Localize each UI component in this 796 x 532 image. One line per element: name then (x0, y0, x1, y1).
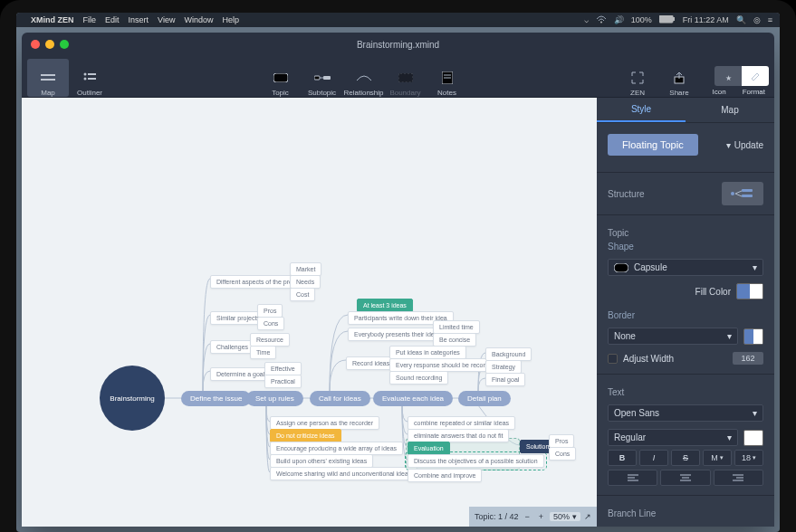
subtopic[interactable]: Strategy (485, 360, 522, 374)
subtopic[interactable]: Needs (290, 275, 321, 289)
spotlight-icon[interactable]: 🔍 (736, 15, 746, 24)
clock[interactable]: Fri 11:22 AM (683, 15, 729, 24)
map-view-button[interactable]: Map (27, 59, 69, 97)
fill-color-picker[interactable] (736, 283, 763, 299)
titlebar: Brainstorming.xmind (22, 33, 774, 56)
subtopic[interactable]: Sound recording (389, 371, 448, 385)
menu-edit[interactable]: Edit (105, 15, 120, 24)
notification-icon[interactable]: ≡ (768, 15, 772, 24)
border-color-picker[interactable] (743, 328, 763, 345)
subtopic[interactable]: Do not criticize ideas (270, 429, 341, 442)
italic-button[interactable]: I (639, 450, 668, 466)
subtopic[interactable]: Welcome sharing wild and unconventional … (270, 467, 417, 480)
adjust-width-checkbox[interactable] (608, 354, 618, 364)
subtopic-selected[interactable]: Discuss the objectives of a possible sol… (408, 454, 544, 468)
outliner-icon (82, 70, 98, 86)
font-weight-select[interactable]: Regular▾ (608, 429, 738, 446)
align-center-button[interactable] (660, 470, 710, 486)
subtopic[interactable]: Determine a goal (210, 367, 271, 381)
floating-topic-badge[interactable]: Floating Topic (608, 134, 698, 156)
topic-button[interactable]: Topic (260, 59, 302, 97)
subtopic[interactable]: Cons (549, 447, 576, 461)
main-topic[interactable]: Call for ideas (310, 391, 370, 406)
expand-icon[interactable]: ↗ (584, 512, 591, 521)
outliner-view-button[interactable]: Outliner (69, 59, 110, 97)
relationship-button[interactable]: Relationship (343, 59, 385, 97)
icon-inspector-button[interactable]: ★ (714, 66, 742, 86)
subtopic[interactable]: Assign one person as the recorder (270, 416, 379, 430)
subtopic[interactable]: Time (250, 346, 276, 359)
subtopic[interactable]: Cons (257, 317, 284, 330)
subtopic[interactable]: Be concise (433, 333, 476, 347)
battery-icon[interactable] (659, 15, 676, 25)
subtopic[interactable]: Pros (257, 304, 283, 318)
subtopic[interactable]: Put ideas in categories (389, 346, 466, 359)
zoom-dropdown[interactable]: 50%▾ (550, 512, 580, 521)
root-topic[interactable]: Brainstorming (100, 366, 165, 431)
svg-rect-10 (314, 76, 320, 80)
subtopic[interactable]: Encourage producing a wide array of idea… (270, 442, 403, 455)
subtopic[interactable]: Background (485, 347, 532, 361)
bold-button[interactable]: B (608, 450, 637, 466)
align-left-button[interactable] (608, 470, 657, 486)
share-button[interactable]: Share (658, 59, 700, 97)
subtopic[interactable]: eliminate answers that do not fit (408, 429, 509, 442)
subtopic[interactable]: Record ideas (346, 356, 396, 370)
subtopic-icon (314, 70, 331, 86)
update-button[interactable]: ▾Update (726, 140, 763, 150)
zen-button[interactable]: ZEN (617, 59, 658, 97)
case-button[interactable]: M▾ (703, 450, 732, 466)
format-inspector-button[interactable] (742, 66, 769, 86)
text-color-picker[interactable] (743, 430, 763, 446)
main-topic[interactable]: Define the issue (181, 391, 251, 406)
boundary-button[interactable]: Boundary (385, 59, 427, 97)
menu-window[interactable]: Window (184, 15, 213, 24)
bluetooth-icon[interactable]: ⌵ (584, 15, 589, 24)
subtopic-button[interactable]: Subtopic (302, 59, 343, 97)
notes-icon (439, 70, 456, 86)
app-name[interactable]: XMind ZEN (31, 15, 74, 24)
adjust-width-value[interactable]: 162 (733, 352, 763, 365)
structure-picker[interactable] (722, 182, 763, 205)
subtopic-tag[interactable]: At least 3 ideas (357, 299, 413, 312)
volume-icon[interactable]: 🔊 (614, 15, 624, 24)
control-center-icon[interactable]: ◎ (753, 15, 761, 24)
shape-select[interactable]: Capsule ▾ (608, 259, 763, 276)
subtopic[interactable]: Combine and improve (408, 469, 482, 482)
main-topic[interactable]: Detail plan (458, 391, 511, 406)
mindmap-canvas[interactable]: Brainstorming Define the issue Set up ru… (22, 98, 597, 527)
font-size-select[interactable]: 18▾ (734, 450, 763, 466)
subtopic[interactable]: Limited time (433, 320, 480, 334)
border-select[interactable]: None▾ (608, 328, 738, 345)
chevron-down-icon: ▾ (720, 454, 724, 461)
subtopic[interactable]: Effective (264, 362, 302, 375)
main-topic[interactable]: Set up rules (246, 391, 303, 406)
strike-button[interactable]: S (671, 450, 700, 466)
subtopic[interactable]: Cost (290, 288, 315, 301)
subtopic[interactable]: Final goal (485, 373, 525, 386)
font-select[interactable]: Open Sans▾ (608, 404, 763, 422)
subtopic[interactable]: Evaluation (408, 442, 450, 455)
subtopic[interactable]: Challenges (210, 340, 254, 354)
relationship-icon (356, 70, 372, 86)
document-title: Brainstorming.xmind (22, 40, 774, 50)
notes-button[interactable]: Notes (427, 59, 468, 97)
subtopic[interactable]: combine repeated or similar ideas (408, 416, 515, 430)
subtopic[interactable]: Build upon others' existing ideas (270, 454, 373, 468)
align-right-button[interactable] (714, 470, 763, 486)
subtopic[interactable]: Practical (264, 375, 302, 388)
zoom-out-button[interactable]: − (522, 512, 532, 521)
menu-insert[interactable]: Insert (129, 15, 149, 24)
subtopic[interactable]: Pros (549, 434, 574, 448)
menu-help[interactable]: Help (222, 15, 239, 24)
main-topic[interactable]: Evaluate each idea (373, 391, 453, 406)
chevron-down-icon: ▾ (753, 454, 756, 461)
wifi-icon[interactable] (596, 14, 607, 25)
subtopic[interactable]: Market (290, 262, 321, 276)
menu-file[interactable]: File (83, 15, 97, 24)
subtopic[interactable]: Resource (250, 333, 290, 347)
tab-style[interactable]: Style (597, 98, 686, 122)
tab-map[interactable]: Map (686, 98, 774, 122)
menu-view[interactable]: View (158, 15, 175, 24)
zoom-in-button[interactable]: + (536, 512, 546, 521)
